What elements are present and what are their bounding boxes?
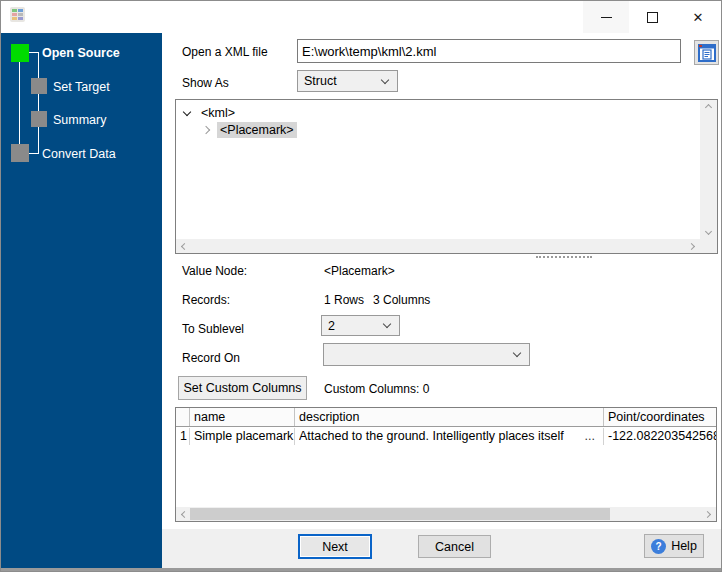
show-as-combobox[interactable]: Struct [297, 70, 398, 92]
scroll-right-icon[interactable] [704, 510, 711, 517]
table-horizontal-scrollbar[interactable] [176, 507, 716, 521]
next-button[interactable]: Next [298, 534, 372, 559]
tree-node-label[interactable]: <Placemark> [217, 122, 297, 138]
to-sublevel-combobox[interactable]: 2 [321, 315, 400, 336]
minimize-icon [601, 17, 612, 18]
browse-file-button[interactable] [694, 40, 719, 65]
chevron-down-icon [383, 320, 391, 328]
step-marker [31, 78, 47, 94]
description-cell[interactable]: Attached to the ground. Intelligently pl… [295, 428, 604, 445]
tree-vertical-scrollbar[interactable] [700, 100, 717, 239]
column-header-point-coordinates[interactable]: Point/coordinates [604, 408, 716, 426]
scroll-down-icon[interactable] [705, 228, 712, 235]
step-marker [31, 111, 47, 127]
close-icon: ✕ [693, 11, 704, 24]
wizard-step-open-source: Open Source [42, 46, 120, 60]
xml-file-path-input[interactable] [297, 39, 681, 63]
maximize-button[interactable] [629, 1, 675, 33]
scrollbar-corner [700, 239, 717, 253]
value-node-label: Value Node: [182, 264, 247, 278]
row-number-cell: 1 [176, 428, 190, 445]
scroll-left-icon[interactable] [181, 510, 188, 517]
tree-horizontal-scrollbar[interactable] [176, 239, 700, 253]
value-node-value: <Placemark> [324, 264, 395, 278]
column-header-description[interactable]: description [295, 408, 604, 426]
point-coordinates-cell[interactable]: -122.0822035425683,3 [604, 428, 716, 445]
name-cell[interactable]: Simple placemark [190, 428, 295, 445]
tree-node-kml[interactable]: <kml> [182, 105, 238, 121]
minimize-button[interactable] [583, 1, 629, 33]
record-on-combobox[interactable] [323, 343, 530, 366]
tree-node-label[interactable]: <kml> [198, 105, 238, 121]
column-header-rownum[interactable] [176, 408, 190, 426]
records-rows-value: 1 Rows [324, 293, 364, 307]
wizard-steps-sidebar: Open Source Set Target Summary Convert D… [1, 33, 162, 568]
scroll-right-icon[interactable] [688, 242, 695, 249]
chevron-down-icon [381, 75, 389, 83]
wizard-step-convert-data: Convert Data [42, 147, 116, 161]
to-sublevel-value: 2 [322, 319, 384, 333]
scroll-up-icon[interactable] [705, 104, 712, 111]
table-header-row: name description Point/coordinates [176, 408, 716, 427]
column-header-name[interactable]: name [190, 408, 295, 426]
close-button[interactable]: ✕ [675, 1, 721, 33]
records-table[interactable]: name description Point/coordinates 1 Sim… [175, 407, 717, 522]
open-xml-file-label: Open a XML file [182, 45, 268, 59]
cancel-button[interactable]: Cancel [418, 535, 491, 558]
expand-toggle-icon[interactable] [183, 108, 191, 116]
step-marker [11, 144, 29, 162]
wizard-step-summary: Summary [53, 113, 106, 127]
description-truncated-indicator: ... [585, 429, 603, 445]
open-file-document-icon [698, 44, 716, 62]
step-marker-active [11, 44, 29, 62]
app-icon [10, 7, 25, 22]
wizard-window: ✕ Open Source Set Target Summary Convert… [0, 0, 722, 572]
titlebar: ✕ [1, 1, 721, 33]
help-button[interactable]: ? Help [644, 534, 704, 558]
help-button-label: Help [671, 539, 697, 553]
scrollbar-thumb[interactable] [190, 508, 610, 520]
window-bottom-edge [1, 568, 721, 572]
records-columns-value: 3 Columns [373, 293, 430, 307]
help-icon: ? [651, 539, 666, 554]
collapse-toggle-icon[interactable] [202, 126, 210, 134]
show-as-label: Show As [182, 76, 229, 90]
scroll-left-icon[interactable] [181, 242, 188, 249]
xml-structure-tree[interactable]: <kml> <Placemark> [175, 99, 718, 254]
show-as-value: Struct [298, 74, 382, 88]
tree-node-placemark[interactable]: <Placemark> [201, 122, 297, 138]
record-on-label: Record On [182, 351, 240, 365]
wizard-step-set-target: Set Target [53, 80, 110, 94]
connector-line [38, 52, 39, 153]
maximize-icon [647, 12, 658, 23]
connector-line [29, 153, 39, 154]
description-text: Attached to the ground. Intelligently pl… [299, 429, 585, 445]
chevron-down-icon [513, 349, 521, 357]
table-row[interactable]: 1 Simple placemark Attached to the groun… [176, 428, 716, 445]
splitter-handle[interactable] [536, 256, 592, 259]
records-label: Records: [182, 293, 230, 307]
set-custom-columns-button[interactable]: Set Custom Columns [178, 376, 307, 400]
custom-columns-info: Custom Columns: 0 [324, 382, 429, 396]
connector-line [19, 53, 20, 144]
to-sublevel-label: To Sublevel [182, 322, 244, 336]
